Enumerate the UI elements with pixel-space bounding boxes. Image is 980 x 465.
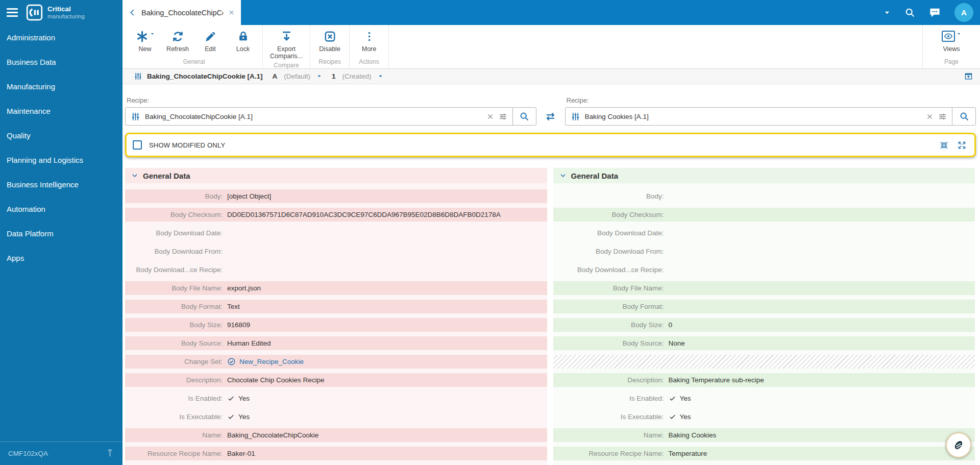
search-button[interactable] <box>512 108 536 125</box>
sidebar-item-administration[interactable]: Administration <box>0 25 122 50</box>
row-value: Yes <box>227 413 250 421</box>
clear-icon[interactable] <box>486 113 494 120</box>
new-icon <box>136 29 155 44</box>
sidebar-item-manufacturing[interactable]: Manufacturing <box>0 74 122 99</box>
toolbar-button-label: New <box>138 45 151 53</box>
assistant-icon <box>951 438 966 452</box>
toolbar-button-label: Disable <box>319 45 340 53</box>
swap-recipes-button[interactable] <box>536 107 565 126</box>
show-modified-bar: SHOW MODIFIED ONLY <box>125 133 976 157</box>
row-value: Yes <box>227 395 250 402</box>
export-icon <box>280 29 293 44</box>
brand-logo[interactable]: Critical manufacturing <box>26 4 85 21</box>
topbar-dropdown-icon[interactable] <box>884 9 891 16</box>
user-avatar[interactable]: A <box>954 3 973 22</box>
environment-label: CMF102xQA <box>8 450 48 457</box>
clear-icon[interactable] <box>926 113 934 120</box>
row-value: Human Edited <box>227 339 271 347</box>
sidebar-item-automation[interactable]: Automation <box>0 197 122 221</box>
entity-revision-state: (Created) <box>342 72 372 80</box>
expand-header-icon[interactable] <box>964 72 973 81</box>
compare-row-resource-recipe-name: Resource Recipe Name:Baker-01 <box>125 447 547 460</box>
row-label: Resource Recipe Name: <box>553 450 669 457</box>
global-search-icon[interactable] <box>904 7 915 18</box>
messages-icon[interactable] <box>929 7 941 18</box>
edit-button[interactable]: Edit <box>194 29 227 53</box>
missing-row <box>553 355 975 369</box>
sidebar-item-business-data[interactable]: Business Data <box>0 50 122 74</box>
entity-version: A <box>273 72 278 80</box>
compare-row-is-enabled: Is Enabled:Yes <box>553 391 975 405</box>
row-value: Yes <box>669 395 691 402</box>
assistant-fab[interactable] <box>946 432 971 458</box>
left-recipe-block: Recipe: Baking_ChocolateChipCookie [A.1] <box>125 96 536 126</box>
export-comparis-button[interactable]: Export Comparis... <box>266 29 307 60</box>
row-label: Name: <box>125 431 227 439</box>
tab-baking-chocolatechipcookie[interactable]: Baking_ChocolateChipCooki <box>122 0 241 25</box>
row-value: Chocolate Chip Cookies Recipe <box>227 376 325 384</box>
compare-row-description: Description:Baking Temperature sub-recip… <box>553 373 975 387</box>
collapse-all-icon[interactable] <box>940 141 948 150</box>
row-label: Resource Recipe Name: <box>125 450 227 457</box>
main-area: Baking_ChocolateChipCooki A NewRefreshEd… <box>122 0 980 465</box>
sidebar-item-data-platform[interactable]: Data Platform <box>0 221 122 246</box>
more-button[interactable]: More <box>353 29 385 53</box>
filter-icon[interactable] <box>938 112 947 121</box>
tab-close-icon[interactable] <box>228 9 235 16</box>
back-icon[interactable] <box>129 9 136 16</box>
toolbar-button-label: Edit <box>205 45 216 53</box>
row-value: Baking Temperature sub-recipe <box>669 376 764 384</box>
disable-button[interactable]: Disable <box>313 29 346 53</box>
revision-dropdown-icon[interactable] <box>378 74 383 79</box>
version-dropdown-icon[interactable] <box>316 74 322 79</box>
sidebar-item-quality[interactable]: Quality <box>0 123 122 148</box>
row-value: Yes <box>669 413 691 421</box>
views-button[interactable]: Views <box>935 29 968 53</box>
menu-icon[interactable] <box>7 8 18 17</box>
toolbar-button-label: More <box>362 45 376 53</box>
toolbar-button-label: Refresh <box>166 45 189 53</box>
compare-row-body-checksum: Body Checksum:DD0ED01367571D6C87AD910AC3… <box>125 208 547 222</box>
compare-content: Recipe: Baking_ChocolateChipCookie [A.1]… <box>122 84 980 465</box>
sidebar-footer: CMF102xQA <box>0 442 122 465</box>
left-recipe-input[interactable]: Baking_ChocolateChipCookie [A.1] <box>125 107 536 126</box>
compare-row-body: Body: <box>553 189 975 203</box>
changeset-link[interactable]: New_Recipe_Cookie <box>239 358 304 365</box>
right-recipe-input[interactable]: Baking Cookies [A.1] <box>565 107 976 126</box>
compare-row-body-download-date: Body Download Date: <box>125 226 547 240</box>
sidebar-item-apps[interactable]: Apps <box>0 246 122 270</box>
row-value: [object Object] <box>227 192 271 200</box>
row-label: Is Enabled: <box>553 395 669 402</box>
refresh-button[interactable]: Refresh <box>161 29 194 53</box>
row-value: New_Recipe_Cookie <box>227 357 304 366</box>
row-label: Name: <box>553 431 669 439</box>
toolbar-group-label: Actions <box>353 57 385 68</box>
search-button[interactable] <box>952 108 975 125</box>
compare-row-body-size: Body Size:916809 <box>125 318 547 332</box>
filter-icon[interactable] <box>498 112 508 121</box>
disable-icon <box>324 29 336 44</box>
show-modified-checkbox[interactable] <box>133 140 142 150</box>
left-general-data-section[interactable]: General Data <box>125 168 547 183</box>
lock-button[interactable]: Lock <box>227 29 259 53</box>
lock-icon <box>237 29 250 44</box>
right-recipe-value: Baking Cookies [A.1] <box>585 113 922 120</box>
compare-row-change-set: Change Set:New_Recipe_Cookie <box>125 355 547 369</box>
row-label: Body Source: <box>125 339 227 347</box>
entity-name: Baking_ChocolateChipCookie [A.1] <box>147 72 263 80</box>
sidebar-item-planning-and-logistics[interactable]: Planning and Logistics <box>0 148 122 172</box>
toolbar-group-actions: MoreActions <box>350 25 389 68</box>
sidebar-item-maintenance[interactable]: Maintenance <box>0 99 122 123</box>
row-label: Body Download From: <box>125 248 227 255</box>
row-label: Description: <box>553 376 669 384</box>
expand-all-icon[interactable] <box>958 141 966 150</box>
row-value: Text <box>227 303 240 310</box>
right-general-data-section[interactable]: General Data <box>553 168 975 183</box>
row-label: Body Download Date: <box>125 229 227 237</box>
sidebar-item-business-intelligence[interactable]: Business Intelligence <box>0 172 122 197</box>
row-value: export.json <box>227 284 261 292</box>
row-value: Baking Cookies <box>669 431 717 439</box>
toolbar-button-label: Lock <box>236 45 250 53</box>
compare-row-body-format: Body Format:Text <box>125 300 547 313</box>
new-button[interactable]: New <box>129 29 161 53</box>
